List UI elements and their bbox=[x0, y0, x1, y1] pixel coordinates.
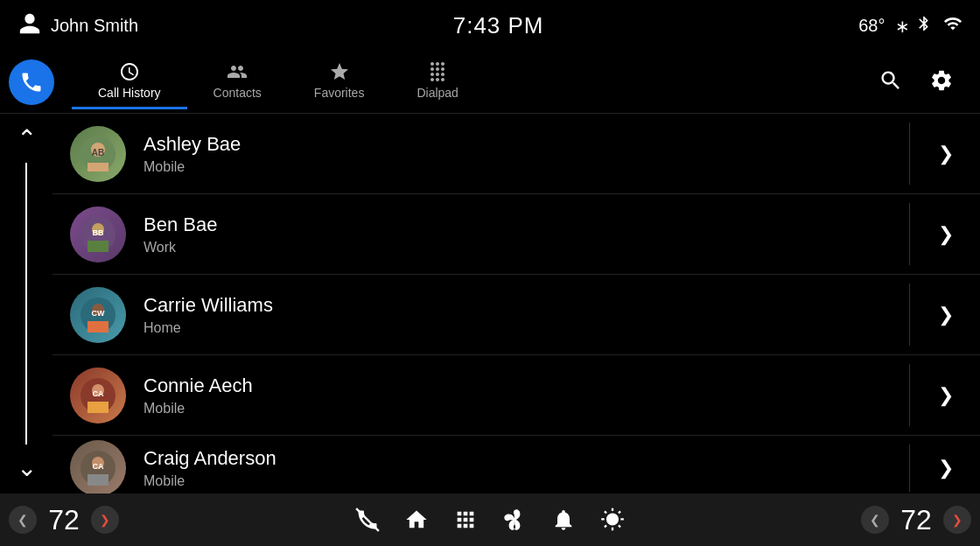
home-button[interactable] bbox=[404, 508, 429, 532]
svg-text:BB: BB bbox=[93, 228, 104, 237]
contact-info-ben-bae: Ben Bae Work bbox=[144, 214, 920, 256]
left-temp-increase[interactable]: ❯ bbox=[91, 506, 119, 534]
phone-button[interactable] bbox=[9, 60, 54, 105]
chevron-connie-aech[interactable]: ❯ bbox=[920, 384, 962, 407]
right-temp-control: ❮ 72 ❯ bbox=[861, 504, 971, 536]
svg-point-22 bbox=[513, 518, 517, 522]
hvac-button[interactable] bbox=[600, 508, 625, 532]
svg-text:CA: CA bbox=[93, 389, 104, 398]
tab-call-history[interactable]: Call History bbox=[72, 54, 187, 109]
contact-name-ben-bae: Ben Bae bbox=[144, 214, 920, 236]
svg-rect-15 bbox=[88, 402, 108, 413]
scroll-controls: ⌃ ⌄ bbox=[0, 114, 52, 494]
right-temp-value: 72 bbox=[894, 504, 938, 536]
scroll-indicator bbox=[25, 163, 27, 444]
bluetooth-icon: ∗ bbox=[895, 15, 933, 37]
tab-dialpad-label: Dialpad bbox=[416, 86, 458, 100]
divider-2 bbox=[909, 203, 910, 265]
divider-3 bbox=[909, 284, 910, 346]
left-temp-value: 72 bbox=[42, 504, 86, 536]
status-right: 68° ∗ bbox=[858, 14, 962, 38]
avatar-ben-bae: BB bbox=[70, 206, 126, 262]
contact-type-connie-aech: Mobile bbox=[144, 401, 920, 416]
tab-contacts-label: Contacts bbox=[214, 86, 262, 100]
temperature-display: 68° bbox=[858, 16, 885, 36]
contact-info-ashley-bae: Ashley Bae Mobile bbox=[144, 133, 920, 175]
right-temp-decrease[interactable]: ❮ bbox=[861, 506, 889, 534]
divider-5 bbox=[909, 444, 910, 492]
contact-list: AB Ashley Bae Mobile ❯ BB Ben Bae bbox=[52, 114, 980, 494]
left-temp-control: ❮ 72 ❯ bbox=[9, 504, 119, 536]
left-temp-decrease[interactable]: ❮ bbox=[9, 506, 37, 534]
divider-4 bbox=[909, 364, 910, 426]
scroll-up-button[interactable]: ⌃ bbox=[12, 122, 41, 156]
bottom-center-icons bbox=[355, 508, 625, 532]
contact-type-ben-bae: Work bbox=[144, 240, 920, 256]
scroll-down-button[interactable]: ⌄ bbox=[12, 452, 41, 485]
avatar-carrie-williams: CW bbox=[70, 287, 126, 343]
apps-button[interactable] bbox=[453, 508, 478, 532]
contact-info-carrie-williams: Carrie Williams Home bbox=[144, 294, 920, 336]
divider-1 bbox=[909, 122, 910, 185]
contact-item-craig-anderson[interactable]: CA Craig Anderson Mobile ❯ bbox=[52, 436, 980, 494]
chevron-ashley-bae[interactable]: ❯ bbox=[920, 143, 962, 165]
contact-name-connie-aech: Connie Aech bbox=[144, 374, 920, 397]
contact-type-craig-anderson: Mobile bbox=[144, 473, 920, 489]
current-time: 7:43 PM bbox=[453, 12, 544, 39]
fan-button[interactable] bbox=[502, 508, 527, 532]
tab-dialpad[interactable]: Dialpad bbox=[390, 54, 484, 109]
svg-rect-7 bbox=[88, 241, 108, 252]
contact-type-ashley-bae: Mobile bbox=[144, 159, 920, 175]
chevron-carrie-williams[interactable]: ❯ bbox=[920, 304, 962, 326]
tab-contacts[interactable]: Contacts bbox=[187, 54, 288, 109]
contact-name-ashley-bae: Ashley Bae bbox=[144, 133, 920, 156]
right-temp-increase[interactable]: ❯ bbox=[943, 506, 971, 534]
status-bar: John Smith 7:43 PM 68° ∗ bbox=[0, 0, 980, 51]
avatar-ashley-bae: AB bbox=[70, 126, 126, 182]
contact-item-connie-aech[interactable]: CA Connie Aech Mobile ❯ bbox=[52, 355, 980, 436]
contact-info-connie-aech: Connie Aech Mobile bbox=[144, 374, 920, 416]
svg-rect-3 bbox=[88, 163, 108, 172]
contact-info-craig-anderson: Craig Anderson Mobile bbox=[144, 447, 920, 489]
status-left: John Smith bbox=[18, 11, 138, 39]
bell-button[interactable] bbox=[551, 508, 576, 532]
contact-name-carrie-williams: Carrie Williams bbox=[144, 294, 920, 317]
tab-call-history-label: Call History bbox=[98, 86, 161, 100]
tab-favorites[interactable]: Favorites bbox=[288, 54, 391, 109]
contact-name-craig-anderson: Craig Anderson bbox=[144, 447, 920, 470]
search-button[interactable] bbox=[878, 68, 903, 96]
bottom-bar: ❮ 72 ❯ bbox=[0, 494, 980, 546]
svg-text:CA: CA bbox=[93, 462, 104, 471]
contact-item-ben-bae[interactable]: BB Ben Bae Work ❯ bbox=[52, 194, 980, 275]
signal-icon bbox=[943, 14, 962, 38]
chevron-craig-anderson[interactable]: ❯ bbox=[920, 457, 962, 480]
nav-bar: Call History Contacts Favorites Dialpad bbox=[0, 51, 980, 114]
phone-muted-button[interactable] bbox=[355, 508, 380, 532]
svg-text:CW: CW bbox=[92, 309, 105, 318]
svg-rect-19 bbox=[88, 474, 108, 486]
tab-favorites-label: Favorites bbox=[314, 86, 365, 100]
settings-button[interactable] bbox=[929, 68, 954, 96]
nav-actions bbox=[878, 68, 971, 96]
avatar-connie-aech: CA bbox=[70, 368, 126, 424]
main-content: ⌃ ⌄ AB Ashley Bae Mobile ❯ bbox=[0, 114, 980, 494]
avatar-craig-anderson: CA bbox=[70, 440, 126, 494]
contact-type-carrie-williams: Home bbox=[144, 320, 920, 336]
contact-item-carrie-williams[interactable]: CW Carrie Williams Home ❯ bbox=[52, 275, 980, 355]
chevron-ben-bae[interactable]: ❯ bbox=[920, 223, 962, 246]
nav-tabs: Call History Contacts Favorites Dialpad bbox=[72, 54, 878, 109]
person-icon bbox=[18, 11, 42, 39]
contact-item-ashley-bae[interactable]: AB Ashley Bae Mobile ❯ bbox=[52, 114, 980, 194]
svg-line-21 bbox=[356, 508, 379, 531]
svg-rect-11 bbox=[88, 321, 108, 332]
svg-text:AB: AB bbox=[92, 148, 104, 158]
user-name: John Smith bbox=[51, 16, 138, 36]
